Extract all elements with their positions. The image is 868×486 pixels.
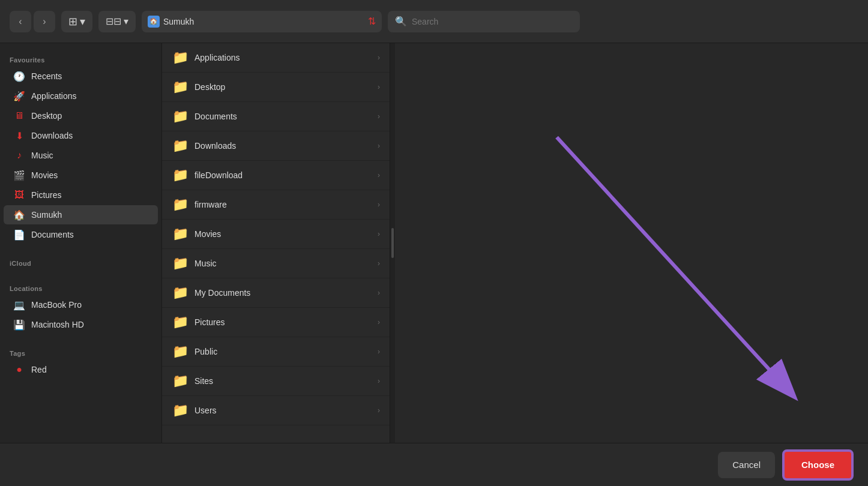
sidebar-item-desktop[interactable]: 🖥 Desktop [4,106,158,125]
file-name: Music [194,259,217,268]
chevron-right-icon: › [378,200,380,209]
column-divider[interactable] [390,43,395,443]
file-item-music[interactable]: 📁 Music › [162,249,390,278]
view-dropdown-icon: ▾ [80,15,85,28]
file-item-my-documents[interactable]: 📁 My Documents › [162,278,390,308]
sidebar-item-label: MacBook Pro [31,300,82,310]
sidebar-item-label: Pictures [31,190,62,200]
tags-section-title: Tags [0,344,161,359]
file-column: 📁 Applications › 📁 Desktop › 📁 Documents… [162,43,390,443]
file-item-users[interactable]: 📁 Users › [162,396,390,425]
applications-icon: 🚀 [13,90,25,102]
chevron-right-icon: › [378,347,380,356]
folder-icon: 📁 [172,373,188,389]
file-name: My Documents [194,288,250,298]
cancel-button[interactable]: Cancel [718,452,775,478]
file-item-movies[interactable]: 📁 Movies › [162,220,390,249]
file-item-documents[interactable]: 📁 Documents › [162,102,390,131]
folder-icon: 📁 [172,137,188,154]
downloads-icon: ⬇ [13,130,25,142]
location-name: Sumukh [163,17,364,26]
back-icon: ‹ [19,16,22,27]
columns-icon: ⊞ [68,15,77,28]
sidebar-item-documents[interactable]: 📄 Documents [4,225,158,244]
chevron-right-icon: › [378,171,380,179]
sidebar-item-macintosh-hd[interactable]: 💾 Macintosh HD [4,315,158,334]
choose-button[interactable]: Choose [782,449,854,481]
folder-icon: 📁 [172,79,188,95]
search-bar[interactable]: 🔍 [388,11,580,32]
back-button[interactable]: ‹ [10,11,31,32]
movies-icon: 🎬 [13,169,25,181]
sidebar-item-sumukh[interactable]: 🏠 Sumukh [4,205,158,224]
file-item-firmware[interactable]: 📁 firmware › [162,190,390,220]
file-item-pictures[interactable]: 📁 Pictures › [162,308,390,337]
sidebar-item-pictures[interactable]: 🖼 Pictures [4,185,158,205]
favourites-section-title: Favourites [0,50,161,66]
file-name: Pictures [194,317,225,327]
preview-panel [395,43,868,443]
chevron-right-icon: › [378,318,380,326]
sidebar-item-label: Documents [31,230,74,239]
grid-mode-button[interactable]: ⊟⊟ ▾ [98,11,136,32]
content-area: Favourites 🕐 Recents 🚀 Applications 🖥 De… [0,43,868,443]
music-icon: ♪ [13,149,25,161]
file-name: Downloads [194,141,236,151]
tag-red-icon: ● [13,364,25,376]
chevron-right-icon: › [378,259,380,268]
file-name: Desktop [194,82,225,92]
folder-icon: 📁 [172,196,188,213]
sidebar-item-label: Music [31,151,53,160]
locations-section-title: Locations [0,279,161,295]
sidebar-item-label: Sumukh [31,210,62,220]
forward-icon: › [43,16,46,27]
documents-icon: 📄 [13,229,25,241]
sidebar-item-movies[interactable]: 🎬 Movies [4,166,158,185]
sidebar-item-applications[interactable]: 🚀 Applications [4,86,158,106]
sidebar-item-music[interactable]: ♪ Music [4,146,158,165]
folder-icon: 📁 [172,226,188,242]
chevron-right-icon: › [378,83,380,91]
sidebar-item-macbook-pro[interactable]: 💻 MacBook Pro [4,295,158,314]
toolbar: ‹ › ⊞ ▾ ⊟⊟ ▾ 🏠 Sumukh ⇅ 🔍 [0,0,868,43]
file-name: Sites [194,376,213,386]
location-folder-icon: 🏠 [148,16,160,28]
folder-icon: 📁 [172,343,188,360]
file-item-public[interactable]: 📁 Public › [162,337,390,367]
chevron-right-icon: › [378,406,380,415]
location-up-down-icon[interactable]: ⇅ [368,16,376,27]
chevron-right-icon: › [378,142,380,150]
chevron-right-icon: › [378,377,380,385]
main-panel: 📁 Applications › 📁 Desktop › 📁 Documents… [162,43,868,443]
file-name: Documents [194,112,237,121]
forward-button[interactable]: › [34,11,55,32]
chevron-right-icon: › [378,289,380,297]
location-bar[interactable]: 🏠 Sumukh ⇅ [142,11,382,32]
pictures-icon: 🖼 [13,189,25,201]
arrow-annotation [395,43,868,443]
folder-icon: 📁 [172,402,188,419]
file-name: Users [194,406,217,415]
sidebar-item-tag-red[interactable]: ● Red [4,360,158,379]
hd-icon: 💾 [13,319,25,331]
search-input[interactable] [412,17,573,26]
file-item-filedownload[interactable]: 📁 fileDownload › [162,161,390,190]
nav-buttons: ‹ › [10,11,55,32]
chevron-right-icon: › [378,53,380,62]
divider-handle [391,228,394,258]
svg-line-1 [557,137,794,396]
sidebar: Favourites 🕐 Recents 🚀 Applications 🖥 De… [0,43,162,443]
file-item-desktop[interactable]: 📁 Desktop › [162,73,390,102]
folder-icon: 📁 [172,49,188,66]
macbook-icon: 💻 [13,299,25,311]
sidebar-item-label: Red [31,365,47,374]
view-mode-button[interactable]: ⊞ ▾ [61,11,92,32]
file-item-applications[interactable]: 📁 Applications › [162,43,390,73]
sidebar-item-downloads[interactable]: ⬇ Downloads [4,126,158,145]
folder-icon: 📁 [172,314,188,331]
sidebar-item-recents[interactable]: 🕐 Recents [4,67,158,86]
file-item-sites[interactable]: 📁 Sites › [162,367,390,396]
file-item-downloads[interactable]: 📁 Downloads › [162,131,390,161]
chevron-right-icon: › [378,230,380,238]
folder-icon: 📁 [172,108,188,125]
